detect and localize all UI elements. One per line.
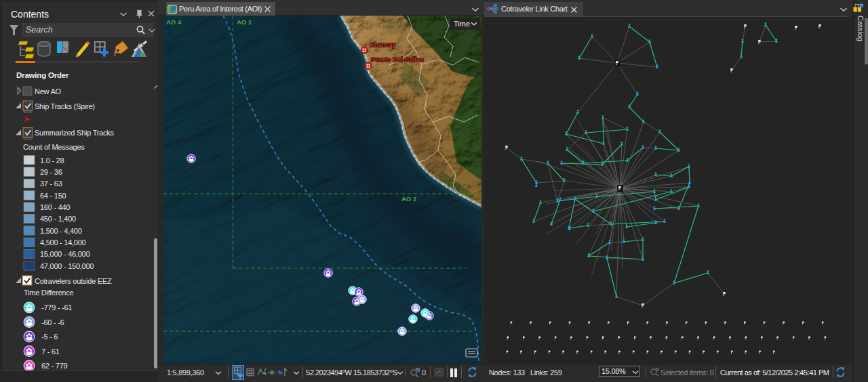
svg-text:160 - 440: 160 - 440	[40, 203, 70, 211]
svg-text:AO 4: AO 4	[166, 18, 182, 26]
svg-text:37 - 63: 37 - 63	[40, 179, 62, 188]
svg-text:-779 - -61: -779 - -61	[41, 303, 72, 312]
svg-text:62 - 779: 62 - 779	[41, 362, 67, 370]
svg-text:450 - 1,400: 450 - 1,400	[40, 215, 76, 223]
svg-text:64 - 150: 64 - 150	[40, 192, 66, 200]
svg-text:29 - 36: 29 - 36	[40, 168, 62, 176]
svg-text:Count of Messages: Count of Messages	[23, 143, 85, 151]
svg-text:Summarized Ship Tracks: Summarized Ship Tracks	[35, 129, 115, 137]
svg-text:Time Difference: Time Difference	[24, 289, 73, 297]
svg-text:4,500 - 14,000: 4,500 - 14,000	[40, 238, 86, 247]
svg-text:1,500 - 4,400: 1,500 - 4,400	[40, 227, 82, 235]
svg-text:-60 - -6: -60 - -6	[41, 318, 64, 326]
svg-text:Puerto Del Callao: Puerto Del Callao	[371, 56, 424, 63]
svg-text:AO 2: AO 2	[401, 195, 416, 203]
svg-text:Chancay: Chancay	[370, 41, 397, 48]
svg-text:Ship Tracks (Spire): Ship Tracks (Spire)	[35, 102, 95, 110]
svg-text:New AO: New AO	[35, 87, 62, 96]
svg-text:AO 1: AO 1	[237, 18, 252, 26]
svg-text:7 - 61: 7 - 61	[41, 347, 60, 356]
svg-text:1.0 - 28: 1.0 - 28	[40, 156, 64, 165]
svg-text:-5 - 6: -5 - 6	[41, 333, 58, 341]
svg-text:Time: Time	[454, 20, 470, 28]
svg-text:Cotravelers outside EEZ: Cotravelers outside EEZ	[35, 277, 112, 285]
svg-text:47,000 - 150,000: 47,000 - 150,000	[40, 262, 94, 270]
svg-text:15,000 - 46,000: 15,000 - 46,000	[40, 250, 90, 258]
svg-text:N: N	[278, 368, 283, 376]
